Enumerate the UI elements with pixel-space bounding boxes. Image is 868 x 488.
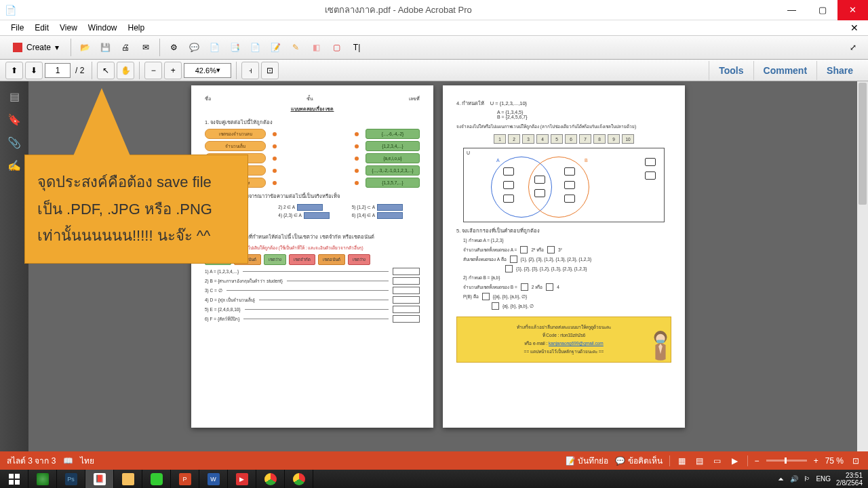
tools-panel-link[interactable]: Tools — [709, 61, 753, 80]
windows-taskbar: Ps 📕 P W ▶ ⏶ 🔊 🏳 ENG 23:51 2/8/2564 — [0, 470, 868, 488]
nav-bar: ⬆ ⬇ / 2 ↖ ✋ − + 42.6% ▾ ⫞ ⊡ Tools Commen… — [0, 60, 868, 81]
taskbar-line-icon[interactable] — [142, 470, 171, 488]
eraser-icon[interactable]: ◧ — [307, 38, 326, 57]
thumbnails-icon[interactable]: ▤ — [7, 89, 21, 103]
view-reading-icon[interactable]: ▭ — [712, 455, 723, 466]
fit-window-icon[interactable]: ⊡ — [850, 455, 861, 466]
bookmark-icon[interactable]: 🔖 — [7, 113, 21, 126]
fit-page-icon[interactable]: ⊡ — [261, 62, 279, 79]
hand-tool-icon[interactable]: ✋ — [117, 62, 134, 79]
zoom-out-icon[interactable]: − — [755, 456, 760, 466]
view-normal-icon[interactable]: ▦ — [677, 455, 688, 466]
taskbar-explorer-icon[interactable] — [114, 470, 142, 488]
attachment-icon[interactable]: 📎 — [7, 136, 21, 149]
page-down-button[interactable]: ⬇ — [25, 62, 43, 79]
text-tool-icon[interactable]: T| — [347, 38, 366, 57]
instruction-box: ทำเสร็จแล้วอย่าลืมกดส่งคะแนนมาให้ครูดูด้… — [456, 317, 671, 363]
dropdown-icon: ▾ — [55, 43, 59, 52]
spell-icon[interactable]: 📖 — [62, 455, 73, 466]
menu-edit[interactable]: Edit — [29, 22, 54, 34]
close-button[interactable]: ✕ — [837, 0, 868, 20]
venn-diagram: U A B — [463, 148, 665, 222]
create-label: Create — [26, 43, 51, 52]
zoom-percent[interactable]: 75 % — [825, 456, 844, 466]
tray-lang[interactable]: ENG — [816, 475, 831, 483]
share-panel-link[interactable]: Share — [816, 61, 863, 80]
email-button[interactable]: ✉ — [136, 38, 155, 57]
zoom-out-button[interactable]: − — [144, 62, 162, 79]
document-viewport[interactable]: ชื่อ ชั้น เลขที่ แบบทดสอบ เรื่อง เซต 1. … — [28, 81, 868, 451]
menubar-close-icon[interactable]: ✕ — [846, 22, 863, 33]
svg-rect-2 — [656, 340, 664, 343]
document-area: ▤ 🔖 📎 ✍ ชื่อ ชั้น เลขที่ แบบทดสอบ เรื่อง… — [0, 81, 868, 451]
zoom-in-button[interactable]: + — [164, 62, 182, 79]
expand-icon[interactable]: ⤢ — [844, 38, 863, 57]
tray-flag-icon[interactable]: 🏳 — [804, 475, 810, 483]
comment-tool-icon[interactable]: 💬 — [184, 38, 203, 57]
create-icon — [13, 43, 22, 52]
signature-icon[interactable]: ✍ — [7, 159, 21, 172]
menu-view[interactable]: View — [54, 22, 83, 34]
acrobat-icon: 📄 — [0, 0, 20, 20]
pencil-icon[interactable]: ✎ — [286, 38, 305, 57]
view-slideshow-icon[interactable]: ▶ — [730, 455, 741, 466]
svg-rect-5 — [9, 480, 14, 485]
svg-rect-3 — [9, 474, 14, 479]
view-sorter-icon[interactable]: ▤ — [694, 455, 705, 466]
tray-expand-icon[interactable]: ⏶ — [778, 475, 785, 483]
svg-rect-4 — [15, 474, 20, 479]
open-button[interactable]: 📂 — [75, 38, 94, 57]
toolbar: Create ▾ 📂 💾 🖨 ✉ ⚙ 💬 📄 📑 📄 📝 ✎ ◧ ▢ T| ⤢ — [0, 35, 868, 60]
taskbar-photoshop-icon[interactable]: Ps — [57, 470, 85, 488]
taskbar-acrobat-icon[interactable]: 📕 — [85, 470, 114, 488]
page-number-input[interactable] — [45, 63, 71, 78]
menu-bar: File Edit View Window Help ✕ — [0, 20, 868, 35]
taskbar-chrome-icon-1[interactable] — [256, 470, 285, 488]
tool-icon-1[interactable]: 📄 — [205, 38, 224, 57]
crop-icon[interactable]: ▢ — [327, 38, 346, 57]
fit-width-icon[interactable]: ⫞ — [241, 62, 259, 79]
callout-arrow — [73, 88, 130, 156]
settings-icon[interactable]: ⚙ — [164, 38, 183, 57]
taskbar-chrome-icon-2[interactable] — [285, 470, 313, 488]
pdf-page-2: 4. กำหนดให้ U = {1,2,3,...,10} A = {1,3,… — [443, 85, 685, 428]
zoom-in-icon[interactable]: + — [814, 456, 818, 466]
powerpoint-status-bar: สไลด์ 3 จาก 3 📖 ไทย 📝 บันทึกย่อ 💬 ข้อคิด… — [0, 451, 868, 470]
zoom-slider[interactable] — [766, 460, 807, 462]
select-tool-icon[interactable]: ↖ — [97, 62, 115, 79]
save-button[interactable]: 💾 — [96, 38, 115, 57]
start-button[interactable] — [0, 470, 28, 488]
svg-rect-6 — [15, 480, 20, 485]
cartoon-icon — [648, 328, 673, 362]
page-total: / 2 — [73, 66, 87, 75]
worksheet-title: แบบทดสอบ เรื่อง เซต — [205, 105, 420, 113]
slide-counter[interactable]: สไลด์ 3 จาก 3 — [7, 454, 56, 467]
menu-window[interactable]: Window — [83, 22, 123, 34]
lang-indicator[interactable]: ไทย — [80, 454, 94, 467]
notes-button[interactable]: 📝 บันทึกย่อ — [566, 454, 608, 467]
menu-help[interactable]: Help — [123, 22, 151, 34]
page-up-button[interactable]: ⬆ — [5, 62, 23, 79]
create-button[interactable]: Create ▾ — [5, 38, 66, 57]
vertical-scrollbar[interactable] — [857, 81, 868, 451]
maximize-button[interactable]: ▢ — [807, 0, 837, 20]
menu-file[interactable]: File — [5, 22, 29, 34]
taskbar-youtube-icon[interactable]: ▶ — [228, 470, 256, 488]
tray-volume-icon[interactable]: 🔊 — [790, 475, 798, 483]
annotation-callout: จุดประสงค์คือต้อง save file เป็น .PDF, .… — [24, 155, 248, 264]
taskbar-idm-icon[interactable] — [28, 470, 57, 488]
tray-clock[interactable]: 23:51 2/8/2564 — [836, 472, 863, 487]
side-panel: ▤ 🔖 📎 ✍ — [0, 81, 28, 451]
taskbar-word-icon[interactable]: W — [199, 470, 228, 488]
minimize-button[interactable]: — — [776, 0, 807, 20]
print-button[interactable]: 🖨 — [116, 38, 135, 57]
title-bar: 📄 เซตกลางภาค.pdf - Adobe Acrobat Pro — ▢… — [0, 0, 868, 20]
tool-icon-4[interactable]: 📝 — [266, 38, 285, 57]
tool-icon-2[interactable]: 📑 — [225, 38, 244, 57]
tool-icon-3[interactable]: 📄 — [245, 38, 264, 57]
comments-button[interactable]: 💬 ข้อคิดเห็น — [615, 454, 662, 467]
zoom-level-select[interactable]: 42.6% ▾ — [184, 63, 231, 78]
taskbar-powerpoint-icon[interactable]: P — [171, 470, 199, 488]
window-title: เซตกลางภาค.pdf - Adobe Acrobat Pro — [20, 3, 776, 17]
comment-panel-link[interactable]: Comment — [753, 61, 817, 80]
